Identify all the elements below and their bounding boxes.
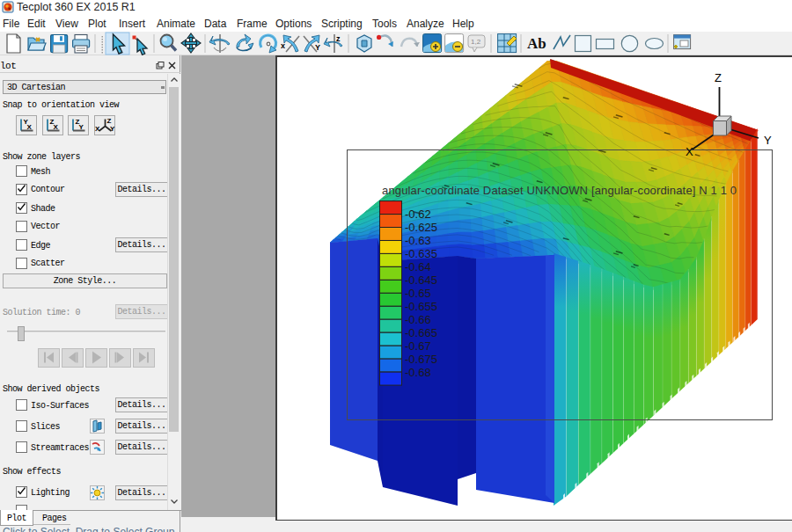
svg-text:-0.675: -0.675 [405,353,437,366]
svg-text:-0.66: -0.66 [405,313,431,326]
svg-text:X: X [54,123,59,131]
svg-text:x: x [281,41,285,50]
svg-text:X: X [27,123,33,131]
svg-text:-0.665: -0.665 [405,326,437,339]
svg-text:Y: Y [315,43,320,52]
svg-text:Ab: Ab [527,35,546,52]
svg-text:z: z [336,34,341,43]
svg-text:1,2: 1,2 [471,38,481,46]
svg-text:-0.63: -0.63 [405,234,431,247]
svg-text:-0.635: -0.635 [405,247,437,260]
svg-text:-0.67: -0.67 [405,339,431,353]
svg-text:-0.65: -0.65 [405,287,431,300]
svg-text:-0.655: -0.655 [405,300,437,313]
svg-text:Y: Y [79,123,84,131]
svg-text:-0.625: -0.625 [405,221,437,234]
svg-text:-0.68: -0.68 [405,366,431,379]
svg-text:Y: Y [764,134,772,147]
svg-text:angular-coordinate Dataset UNK: angular-coordinate Dataset UNKNOWN [angu… [382,184,737,197]
svg-text:X: X [686,145,693,158]
svg-text:Y: Y [110,125,115,133]
svg-text:-0.645: -0.645 [405,273,437,287]
svg-text:X: X [95,125,100,133]
svg-text:-0.64: -0.64 [405,260,431,273]
svg-text:-0.62: -0.62 [405,208,431,221]
svg-text:Z: Z [715,71,722,84]
